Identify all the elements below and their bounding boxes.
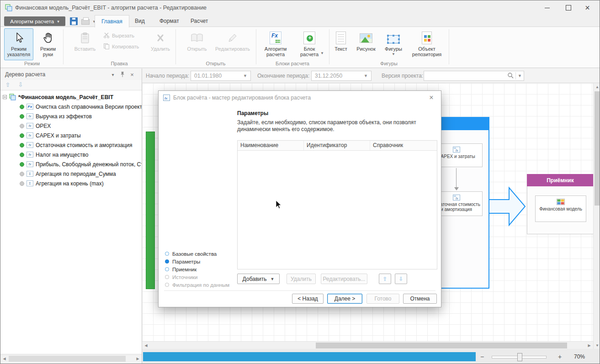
zoom-out-button[interactable]: − bbox=[478, 353, 486, 361]
column-name[interactable]: Наименование bbox=[238, 141, 304, 150]
scroll-down-icon[interactable]: ▼ bbox=[594, 342, 600, 349]
tab-home[interactable]: Главная bbox=[95, 15, 129, 27]
canvas-h-scrollbar[interactable]: ◀ ▶ bbox=[142, 341, 593, 349]
ribbon-separator bbox=[175, 29, 176, 64]
next-button[interactable]: Далее > bbox=[327, 294, 362, 304]
delete-label: Удалить bbox=[151, 46, 170, 52]
edit-button[interactable]: Редактировать... bbox=[321, 274, 367, 284]
shapes-button[interactable]: Фигуры ▼ bbox=[381, 28, 406, 60]
tree-item-label: Очистка cash справочника Версии проектов bbox=[36, 104, 142, 110]
scrollbar-thumb[interactable] bbox=[316, 343, 567, 348]
zoom-slider[interactable] bbox=[492, 356, 547, 359]
algorithm-button[interactable]: Fx Алгоритм расчета bbox=[259, 28, 292, 60]
tree-item[interactable]: fx OPEX bbox=[0, 121, 142, 131]
move-param-down-button[interactable]: ⇩ bbox=[395, 274, 407, 284]
financial-model-item[interactable]: Финансовая модель bbox=[535, 195, 586, 222]
tab-calc[interactable]: Расчет bbox=[184, 15, 214, 27]
divider bbox=[515, 72, 516, 79]
tree-item[interactable]: fx Остаточная стоимость и амортизация bbox=[0, 140, 142, 150]
shapes-icon bbox=[388, 31, 399, 45]
step-ring bbox=[165, 252, 169, 256]
tree-item[interactable]: fx Выручка из эффектов bbox=[0, 111, 142, 121]
pin-icon[interactable] bbox=[118, 70, 127, 79]
project-version-combo[interactable]: ▼ bbox=[424, 71, 524, 81]
picture-button[interactable]: Рисунок bbox=[353, 28, 379, 60]
panel-menu-button[interactable]: ▾ bbox=[109, 70, 117, 79]
tree-item[interactable]: Σ Агрегация по периодам_Сумма bbox=[0, 169, 142, 179]
wizard-step-basic[interactable]: Базовые свойства bbox=[165, 250, 234, 258]
finish-button[interactable]: Готово bbox=[366, 294, 399, 304]
receiver-block[interactable]: Приёмник Финансовая модель bbox=[527, 174, 593, 234]
move-down-button[interactable]: ⇩ bbox=[15, 81, 26, 90]
project-version-input[interactable] bbox=[427, 73, 507, 79]
flow-arrow[interactable] bbox=[488, 186, 527, 227]
column-identifier[interactable]: Идентификатор bbox=[304, 141, 370, 150]
open-button[interactable]: Открыть bbox=[183, 28, 211, 60]
panel-close-icon[interactable]: × bbox=[128, 70, 136, 79]
print-button[interactable] bbox=[80, 16, 91, 26]
scroll-up-icon[interactable]: ▲ bbox=[594, 83, 600, 90]
calc-block-button[interactable]: + Блок расчета ▼ bbox=[294, 28, 324, 60]
move-param-up-button[interactable]: ⇧ bbox=[379, 274, 391, 284]
tree-item-label: OPEX bbox=[36, 123, 51, 129]
tree-item[interactable]: Fx Очистка cash справочника Версии проек… bbox=[0, 102, 142, 111]
tab-view[interactable]: Вид bbox=[128, 15, 151, 27]
repository-object-button[interactable]: Объект репозитория bbox=[408, 28, 446, 60]
scroll-right-icon[interactable]: ▶ bbox=[134, 355, 142, 362]
pointer-mode-button[interactable]: Режим указателя bbox=[4, 28, 33, 60]
back-button[interactable]: < Назад bbox=[292, 294, 324, 304]
wizard-step-filtering[interactable]: Фильтрация по данным bbox=[165, 281, 234, 289]
wizard-step-sources[interactable]: Источники bbox=[165, 273, 234, 281]
dialog-title-bar[interactable]: fx Блок расчёта - мастер редактирования … bbox=[159, 91, 441, 105]
scrollbar-thumb[interactable] bbox=[9, 356, 126, 362]
cancel-button[interactable]: Отмена bbox=[403, 294, 437, 304]
canvas-v-scrollbar[interactable]: ▲ ▼ bbox=[593, 83, 600, 349]
print-icon bbox=[81, 19, 90, 25]
zoom-slider-handle[interactable] bbox=[517, 353, 522, 361]
add-button[interactable]: Добавить ▼ bbox=[237, 274, 280, 284]
scrollbar-thumb[interactable] bbox=[595, 91, 600, 206]
hand-mode-button[interactable]: Режим руки bbox=[35, 28, 61, 60]
tree-item-label: Агрегация по периодам_Сумма bbox=[36, 171, 116, 177]
algorithm-menu-button[interactable]: Алгоритм расчета ▾ bbox=[4, 16, 65, 26]
tree-h-scrollbar[interactable]: ◀ ▶ bbox=[0, 354, 142, 362]
calc-tree-panel: Дерево расчета ▾ × ⇧ ⇩ *Финансовая модел… bbox=[0, 69, 142, 364]
period-start-combo[interactable]: 01.01.1980 ▼ bbox=[191, 71, 251, 81]
copy-button[interactable]: Копировать bbox=[103, 42, 139, 51]
tree-item[interactable]: Σ Агрегация на корень (max) bbox=[0, 179, 142, 188]
zoom-in-button[interactable]: + bbox=[556, 353, 564, 361]
wizard-step-parameters[interactable]: Параметры bbox=[165, 258, 234, 265]
tab-format[interactable]: Формат bbox=[153, 15, 186, 27]
period-start-value: 01.01.1980 bbox=[194, 73, 222, 79]
move-up-button[interactable]: ⇧ bbox=[2, 81, 13, 90]
chevron-down-icon: ▾ bbox=[57, 19, 59, 24]
copy-label: Копировать bbox=[112, 44, 139, 49]
save-button[interactable] bbox=[68, 16, 79, 26]
dialog-close-icon[interactable]: × bbox=[426, 93, 436, 103]
period-end-combo[interactable]: 31.12.2050 ▼ bbox=[311, 71, 372, 81]
wizard-step-receiver[interactable]: Приемник bbox=[165, 265, 234, 273]
remove-button[interactable]: Удалить bbox=[287, 274, 316, 284]
close-button[interactable] bbox=[577, 1, 598, 14]
tree-item[interactable]: fx CAPEX и затраты bbox=[0, 131, 142, 140]
column-dictionary[interactable]: Справочник bbox=[370, 141, 437, 150]
tree-item[interactable]: fx Прибыль, Свободный денежный поток, Ст… bbox=[0, 159, 142, 169]
delete-button[interactable]: Удалить bbox=[148, 28, 173, 60]
block-wizard-dialog: fx Блок расчёта - мастер редактирования … bbox=[158, 90, 441, 307]
scroll-left-icon[interactable]: ◀ bbox=[142, 342, 150, 349]
tree-root[interactable]: *Финансовая модель_Расчёт_EBIT bbox=[0, 92, 142, 102]
paste-button[interactable]: Вставить bbox=[71, 28, 99, 60]
edit-open-button[interactable]: Редактировать bbox=[214, 28, 251, 60]
cut-label: Вырезать bbox=[112, 33, 134, 38]
text-button[interactable]: Текст bbox=[331, 28, 351, 60]
minimize-button[interactable] bbox=[537, 1, 558, 14]
scroll-right-icon[interactable]: ▶ bbox=[585, 342, 593, 349]
tree-item[interactable]: fx Налог на имущество bbox=[0, 150, 142, 159]
cut-button[interactable]: Вырезать bbox=[103, 31, 134, 40]
scroll-left-icon[interactable]: ◀ bbox=[0, 355, 8, 362]
green-block[interactable] bbox=[146, 132, 155, 289]
shapes-label: Фигуры bbox=[385, 46, 402, 52]
collapse-expander-icon[interactable] bbox=[3, 95, 7, 99]
sigma-icon: Σ bbox=[27, 171, 33, 177]
maximize-button[interactable] bbox=[558, 1, 579, 14]
